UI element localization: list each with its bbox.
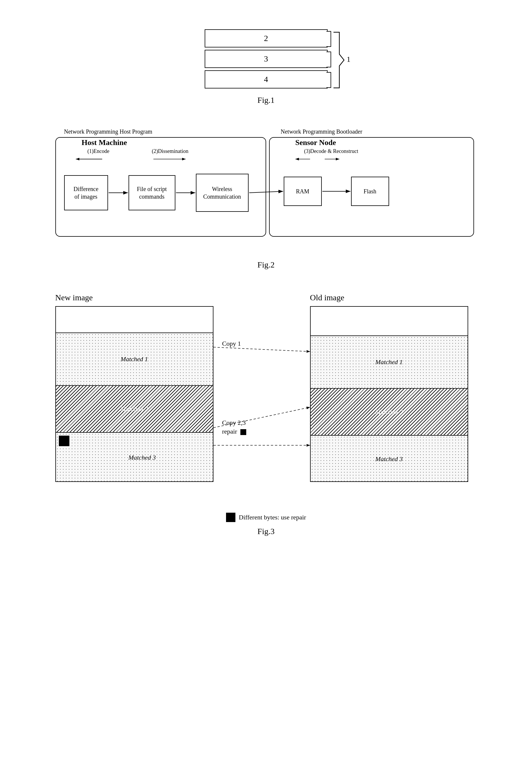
fig1-stacked: 2 3 4 [205,29,328,91]
repair-square [240,429,246,435]
new-matched3: Matched 3 [56,433,213,482]
copy1-label: Copy 1 [222,340,241,347]
new-matched2-label: Matched 2 [121,405,148,413]
fig1-bar-4: 4 [205,70,328,88]
fig1-brace-svg: 1 [328,29,354,91]
repair-label: repair [222,428,247,435]
fig3-old-image: Matched 1 Matched 2 Matched 3 [310,306,468,482]
new-matched1-label: Matched 1 [121,355,148,363]
fig3-legend: Different bytes: use repair [226,513,306,522]
old-matched2: Matched 2 [311,389,468,436]
fig2-top-label-right: Network Programming Bootloader [281,128,362,135]
fig2-wireless-node: Wireless Communication [196,174,249,212]
fig3-section: New image Old image Matched 1 Matched 2 [23,293,509,536]
fig2-host-label: Host Machine [82,138,127,147]
fig2-flash-node: Flash [351,177,389,206]
fig1-caption: Fig.1 [257,95,274,105]
old-blank-area [311,307,468,336]
new-blank-area [56,307,213,333]
fig2-encode-label: (1)Encode [88,148,110,154]
fig2-ram-node: RAM [284,177,322,206]
legend-diff-square [226,513,235,522]
copy23-label: Copy 2,3 [222,419,246,427]
fig2-decode-label: (3)Decode & Reconstruct [304,148,358,154]
fig2-section: Network Programming Host Program Network… [23,128,509,269]
fig3-caption: Fig.3 [257,527,274,536]
svg-line-13 [213,347,310,351]
fig2-script-node: File of script commands [129,175,175,210]
fig1-bar-3: 3 [205,50,328,68]
old-matched1: Matched 1 [311,336,468,389]
fig2-top-label-left: Network Programming Host Program [64,128,153,135]
fig1-section: 2 3 4 1 Fig.1 [23,29,509,105]
new-matched3-label: Matched 3 [129,454,156,462]
fig3-old-label: Old image [310,293,344,302]
fig2-diagram: Network Programming Host Program Network… [47,128,486,251]
old-matched3: Matched 3 [311,436,468,482]
fig3-new-image: Matched 1 Matched 2 Matched 3 [55,306,213,482]
new-matched2: Matched 2 [56,386,213,433]
fig2-caption: Fig.2 [257,260,274,269]
new-matched1: Matched 1 [56,333,213,386]
fig1-bar-2: 2 [205,29,328,47]
new-diff-square [59,436,69,446]
old-matched3-label: Matched 3 [375,455,403,463]
fig2-sensor-label: Sensor Node [295,138,336,147]
fig2-diff-node: Difference of images [64,175,108,210]
old-matched2-label: Matched 2 [375,408,403,416]
fig2-dissem-label: (2)Dissemination [152,148,189,154]
repair-word: repair [222,428,237,435]
svg-text:1: 1 [347,55,350,64]
fig3-new-label: New image [55,293,93,302]
legend-text: Different bytes: use repair [239,514,306,521]
fig1-wrapper: 2 3 4 1 [205,29,328,91]
page: 2 3 4 1 Fig.1 Network Programming Host P… [0,0,532,774]
fig3-diagram: New image Old image Matched 1 Matched 2 [47,293,486,504]
old-matched1-label: Matched 1 [375,358,403,366]
